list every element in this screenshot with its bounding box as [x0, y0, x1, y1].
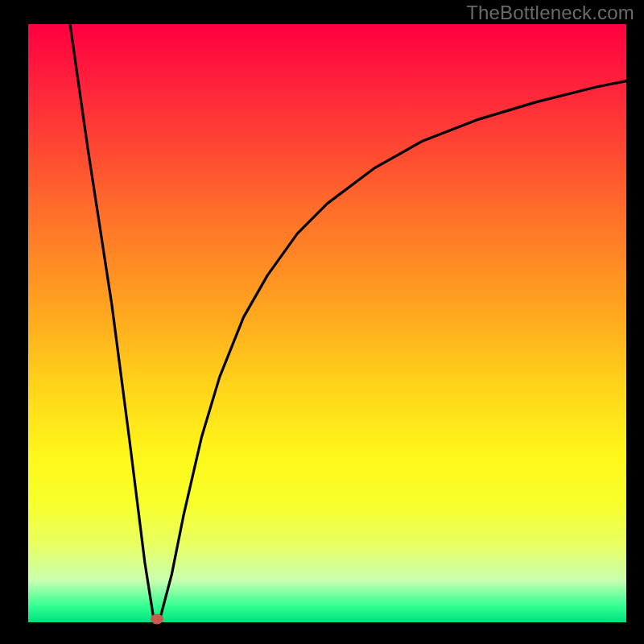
- chart-frame: TheBottleneck.com: [0, 0, 644, 644]
- optimum-marker: [151, 614, 163, 625]
- curve-path: [70, 24, 626, 619]
- bottleneck-curve: [28, 24, 626, 622]
- plot-area: [28, 24, 626, 622]
- watermark-text: TheBottleneck.com: [466, 2, 634, 24]
